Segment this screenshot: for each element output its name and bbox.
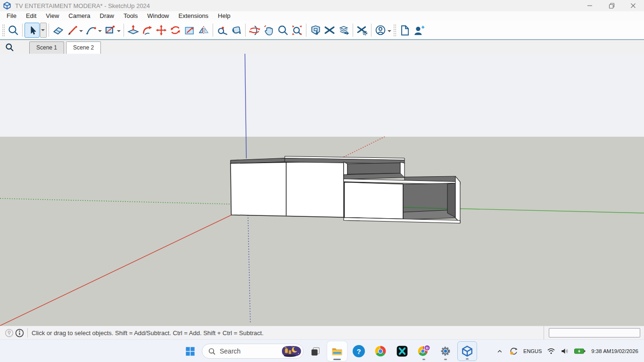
follow-me-tool-button[interactable] bbox=[140, 23, 154, 38]
title-bar: TV ENTERTAIMENT MODERA* - SketchUp 2024 bbox=[0, 0, 644, 11]
sync-status-button[interactable] bbox=[506, 342, 520, 361]
toolbar-grip-2[interactable] bbox=[393, 24, 396, 36]
close-button[interactable] bbox=[622, 0, 644, 11]
scale-icon bbox=[183, 24, 196, 36]
tab-scene-2[interactable]: Scene 2 bbox=[66, 41, 101, 54]
toolbar bbox=[0, 21, 644, 39]
arc-tool-dropdown[interactable] bbox=[98, 30, 102, 34]
minimize-button[interactable] bbox=[579, 0, 601, 11]
select-tool-dropdown[interactable] bbox=[40, 23, 47, 38]
menu-draw[interactable]: Draw bbox=[95, 11, 119, 21]
menu-extensions[interactable]: Extensions bbox=[174, 11, 214, 21]
add-person-icon bbox=[413, 24, 425, 36]
menu-window[interactable]: Window bbox=[142, 11, 173, 21]
taskbar-search[interactable]: Search bbox=[202, 344, 304, 359]
move-tool-button[interactable] bbox=[154, 23, 168, 38]
menu-file[interactable]: File bbox=[2, 11, 21, 21]
push-pull-tool-button[interactable] bbox=[126, 23, 140, 38]
move-icon bbox=[155, 24, 167, 36]
paint-bucket-tool-button[interactable] bbox=[229, 23, 243, 38]
menu-camera[interactable]: Camera bbox=[64, 11, 95, 21]
extension-warehouse-button[interactable] bbox=[322, 23, 337, 38]
x-app-icon bbox=[396, 345, 408, 357]
flip-tool-button[interactable] bbox=[197, 23, 211, 38]
chrome-profile-button[interactable]: D bbox=[414, 341, 434, 361]
language-switcher[interactable]: ENG US bbox=[521, 342, 544, 361]
orbit-tool-button[interactable] bbox=[248, 23, 262, 38]
menu-edit[interactable]: Edit bbox=[21, 11, 41, 21]
shapes-tool-dropdown[interactable] bbox=[117, 30, 121, 34]
eraser-tool-button[interactable] bbox=[51, 23, 65, 38]
extension-warehouse-icon bbox=[323, 24, 336, 36]
menu-view[interactable]: View bbox=[41, 11, 64, 21]
measurements-input[interactable] bbox=[549, 328, 640, 337]
shapes-tool-button[interactable] bbox=[103, 23, 117, 38]
account-button[interactable] bbox=[373, 23, 388, 38]
clock-date[interactable]: 9:38 AM 19/02/2026 bbox=[588, 342, 641, 361]
geolocation-button[interactable] bbox=[4, 328, 14, 338]
menu-tools[interactable]: Tools bbox=[119, 11, 142, 21]
select-cursor-icon bbox=[26, 25, 38, 36]
task-view-button[interactable] bbox=[305, 341, 325, 361]
measurements-container bbox=[544, 326, 640, 340]
search-tool-button[interactable] bbox=[6, 23, 20, 38]
account-dropdown[interactable] bbox=[388, 30, 391, 34]
tape-measure-tool-button[interactable] bbox=[215, 23, 229, 38]
zoom-extents-icon bbox=[291, 24, 303, 36]
restore-button[interactable] bbox=[601, 0, 622, 11]
menu-help[interactable]: Help bbox=[213, 11, 235, 21]
zoom-tool-button[interactable] bbox=[276, 23, 290, 38]
select-tool-button[interactable] bbox=[25, 23, 40, 38]
line-tool-button[interactable] bbox=[65, 23, 79, 38]
extension-manager-button[interactable] bbox=[355, 23, 369, 38]
window-title: TV ENTERTAIMENT MODERA* - SketchUp 2024 bbox=[15, 2, 150, 9]
tray-date: 19/02/2026 bbox=[611, 348, 638, 354]
follow-me-icon bbox=[141, 24, 153, 36]
account-icon bbox=[374, 24, 387, 36]
info-button[interactable] bbox=[14, 328, 25, 338]
toolbar-grip[interactable] bbox=[2, 24, 5, 36]
share-layers-icon bbox=[338, 24, 350, 36]
x-app-button[interactable] bbox=[392, 341, 412, 361]
chrome-button[interactable] bbox=[371, 341, 390, 361]
chevron-up-icon bbox=[495, 347, 504, 355]
new-file-button[interactable] bbox=[397, 23, 412, 38]
seasonal-lantern-graphic[interactable] bbox=[281, 345, 302, 358]
share-model-button[interactable] bbox=[337, 23, 351, 38]
line-tool-dropdown[interactable] bbox=[79, 30, 83, 34]
tab-scene-1[interactable]: Scene 1 bbox=[29, 41, 64, 54]
3d-scene bbox=[0, 54, 644, 326]
search-icon bbox=[7, 24, 19, 36]
sky bbox=[0, 54, 644, 137]
model-viewport[interactable] bbox=[0, 54, 644, 326]
volume-button[interactable] bbox=[558, 342, 571, 361]
scale-tool-button[interactable] bbox=[182, 23, 197, 38]
wifi-button[interactable] bbox=[545, 342, 558, 361]
3d-warehouse-button[interactable] bbox=[308, 23, 322, 38]
chrome-icon bbox=[374, 345, 387, 357]
profile-badge: D bbox=[426, 346, 429, 350]
rotate-tool-button[interactable] bbox=[168, 23, 182, 38]
pencil-line-icon bbox=[66, 24, 78, 36]
file-explorer-icon bbox=[331, 345, 343, 357]
battery-button[interactable] bbox=[572, 342, 588, 361]
sketchup-logo-icon bbox=[3, 1, 11, 10]
file-explorer-button[interactable] bbox=[327, 341, 347, 361]
pan-tool-button[interactable] bbox=[262, 23, 276, 38]
push-pull-icon bbox=[127, 24, 139, 36]
add-collaborator-button[interactable] bbox=[412, 23, 426, 38]
settings-button[interactable] bbox=[436, 341, 455, 361]
arc-icon bbox=[85, 24, 97, 36]
new-file-icon bbox=[398, 24, 411, 36]
gear-icon bbox=[439, 345, 452, 357]
tray-chevron-button[interactable] bbox=[494, 342, 506, 361]
extension-manager-icon bbox=[356, 24, 368, 36]
help-app-button[interactable]: ? bbox=[349, 341, 369, 361]
arc-tool-button[interactable] bbox=[84, 23, 98, 38]
sketchup-app-button[interactable] bbox=[457, 341, 477, 361]
search-icon bbox=[208, 347, 216, 355]
start-button[interactable] bbox=[180, 341, 200, 361]
zoom-icon bbox=[277, 24, 289, 36]
zoom-extents-tool-button[interactable] bbox=[290, 23, 304, 38]
scene-search-button[interactable] bbox=[0, 40, 19, 54]
